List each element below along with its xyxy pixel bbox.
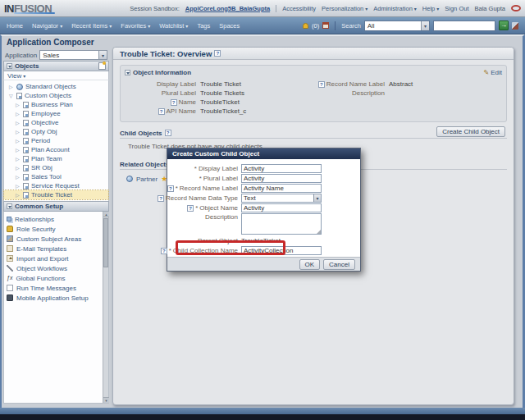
expand-icon[interactable]: ▷ (9, 84, 14, 89)
tree-node-sales-tool[interactable]: ▷Sales Tool (4, 172, 108, 181)
divider (335, 21, 336, 30)
tree-node-period[interactable]: ▷Period (4, 136, 108, 145)
new-object-icon[interactable] (98, 62, 106, 70)
help-icon[interactable]: ? (158, 108, 165, 115)
record-name-data-type-select[interactable]: Text ▾ (241, 194, 322, 203)
expand-icon[interactable]: ▷ (16, 129, 21, 135)
notifications-bell-icon[interactable] (303, 23, 308, 29)
description-textarea[interactable] (241, 213, 322, 235)
partner-link[interactable]: Partner (136, 176, 158, 183)
child-collection-name-input[interactable] (241, 246, 322, 255)
help-icon[interactable]: ? (167, 185, 174, 192)
collapse-icon[interactable] (7, 63, 12, 69)
nav-watchlist[interactable]: Watchlist (159, 22, 188, 30)
session-sandbox-link[interactable]: ApplCoreLong5B_BalaGupta (185, 5, 270, 12)
object-icon (23, 156, 29, 162)
help-icon[interactable]: ? (171, 99, 177, 106)
collapse-icon[interactable] (7, 203, 12, 209)
expand-icon[interactable]: ▷ (16, 102, 21, 107)
administration-menu[interactable]: Administration (373, 5, 417, 12)
relationships-icon (7, 217, 11, 221)
resize-grip-icon[interactable] (317, 230, 321, 234)
sidebar-scrollbar[interactable]: ▲ ▼ (103, 212, 108, 403)
search-go-button[interactable]: → (499, 21, 509, 30)
sign-out-link[interactable]: Sign Out (445, 5, 468, 12)
chevron-down-icon[interactable]: ▾ (421, 21, 429, 30)
composer-sidebar: Application Sales ▾ Objects View ▷ Stand… (3, 49, 109, 402)
nav-tags[interactable]: Tags (197, 22, 210, 30)
cancel-button[interactable]: Cancel (323, 259, 355, 270)
help-menu[interactable]: Help (422, 5, 439, 12)
display-label-input[interactable] (241, 164, 322, 173)
expand-icon[interactable]: ▷ (16, 120, 21, 126)
dialog-field-parent-object: Parent Object TroubleTicket (172, 236, 355, 245)
tree-node-opty-obj[interactable]: ▷Opty Obj (4, 127, 108, 136)
setup-item-object-workflows[interactable]: Object Workflows (7, 263, 101, 273)
objects-accordion-header[interactable]: Objects (3, 61, 109, 71)
tree-node-standard-objects[interactable]: ▷ Standard Objects (4, 82, 108, 91)
tree-node-custom-objects[interactable]: ▽ Custom Objects (4, 91, 108, 100)
scrollbar-thumb[interactable] (103, 218, 108, 267)
advanced-search-icon[interactable] (512, 22, 518, 30)
expand-icon[interactable]: ▷ (16, 183, 21, 189)
nav-navigator[interactable]: Navigator (32, 22, 62, 30)
expand-icon[interactable]: ▷ (16, 174, 21, 180)
setup-item-mobile-application-setup[interactable]: Mobile Application Setup (7, 293, 101, 303)
expand-icon[interactable]: ▷ (16, 111, 21, 116)
resize-handle[interactable] (457, 103, 461, 107)
tree-node-sr-obj[interactable]: ▷SR Obj (4, 163, 108, 172)
record-name-label-input[interactable] (241, 184, 322, 193)
scroll-down-icon[interactable]: ▼ (103, 397, 109, 403)
nav-home[interactable]: Home (7, 22, 23, 30)
mobile-icon (7, 294, 13, 301)
help-icon[interactable]: ? (318, 81, 325, 88)
expand-icon[interactable]: ▷ (16, 147, 21, 153)
chevron-down-icon[interactable]: ▾ (98, 51, 107, 59)
view-menu[interactable]: View (3, 71, 109, 80)
help-icon[interactable]: ? (187, 205, 194, 212)
scroll-up-icon[interactable]: ▲ (103, 212, 109, 217)
nav-recent-items[interactable]: Recent Items (71, 22, 112, 30)
tree-node-objective[interactable]: ▷Objective (4, 118, 108, 127)
tree-node-plan-team[interactable]: ▷Plan Team (4, 154, 108, 163)
expand-icon[interactable]: ▷ (16, 165, 21, 171)
setup-item-email-templates[interactable]: E-Mail Templates (7, 244, 101, 253)
setup-item-custom-subject-areas[interactable]: Custom Subject Areas (7, 234, 101, 244)
ok-button[interactable]: OK (299, 259, 321, 270)
nav-favorites[interactable]: Favorites (121, 22, 150, 30)
tree-node-trouble-ticket[interactable]: ▷Trouble Ticket (4, 190, 108, 199)
tree-node-employee[interactable]: ▷Employee (4, 109, 108, 118)
setup-item-relationships[interactable]: Relationships (7, 214, 101, 224)
create-child-object-button[interactable]: Create Child Object (436, 126, 505, 137)
help-icon[interactable]: ? (165, 130, 171, 136)
expand-icon[interactable]: ▷ (16, 138, 21, 144)
object-name-input[interactable] (241, 203, 322, 212)
plural-label-input[interactable] (241, 174, 322, 183)
setup-item-global-functions[interactable]: ƒxGlobal Functions (7, 273, 101, 283)
edit-link[interactable]: ✎ Edit (484, 69, 503, 76)
nav-spaces[interactable]: Spaces (219, 22, 240, 30)
search-scope-select[interactable]: All ▾ (364, 21, 430, 31)
help-icon[interactable]: ? (214, 50, 221, 57)
tree-node-business-plan[interactable]: ▷Business Plan (4, 100, 108, 109)
help-icon[interactable]: ? (158, 195, 164, 202)
collapse-icon[interactable] (125, 70, 130, 75)
page-title: Application Composer (7, 38, 94, 47)
expand-icon[interactable]: ▷ (16, 156, 21, 162)
common-setup-accordion-header[interactable]: Common Setup (3, 201, 109, 212)
setup-item-import-export[interactable]: Import and Export (7, 253, 101, 263)
personalization-menu[interactable]: Personalization (322, 5, 368, 12)
help-icon[interactable]: ? (161, 248, 167, 254)
application-select[interactable]: Sales ▾ (39, 50, 107, 60)
expand-icon[interactable]: ▷ (16, 192, 21, 198)
search-input[interactable] (433, 21, 495, 31)
accessibility-link[interactable]: Accessibility (282, 5, 316, 12)
calendar-icon[interactable] (322, 22, 329, 29)
object-icon (23, 129, 29, 135)
tree-node-service-request[interactable]: ▷Service Request (4, 181, 108, 190)
setup-item-run-time-messages[interactable]: Run Time Messages (7, 283, 101, 293)
tree-node-plan-account[interactable]: ▷Plan Account (4, 145, 108, 154)
chevron-down-icon[interactable]: ▾ (313, 194, 321, 202)
collapse-tree-icon[interactable]: ▽ (9, 93, 14, 98)
setup-item-role-security[interactable]: Role Security (7, 224, 101, 234)
